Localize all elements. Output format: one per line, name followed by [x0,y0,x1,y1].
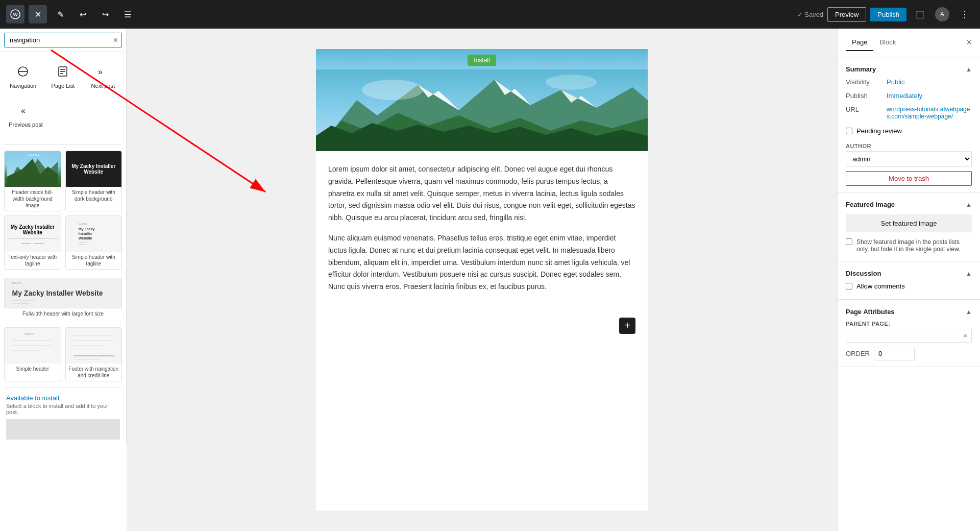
summary-title: Summary [846,65,876,73]
url-row: URL wordpress-tutorials.atwebpages.com/s… [846,103,972,123]
content-body: Lorem ipsum dolor sit amet, consectetur … [316,151,648,313]
order-input[interactable] [874,347,915,360]
add-block-button[interactable]: + [619,318,635,334]
url-value[interactable]: wordpress-tutorials.atwebpages.com/sampl… [887,106,972,120]
pattern-item-text-only[interactable]: My Zacky Installer Website Text-only hea… [4,215,61,270]
block-items-row-2: « Previous post [4,97,122,132]
tab-block[interactable]: Block [873,34,902,51]
close-icon: ✕ [35,10,41,19]
featured-image-header[interactable]: Featured image ▲ [846,199,972,210]
page-attributes-header[interactable]: Page Attributes ▲ [846,306,972,318]
paragraph-1: Lorem ipsum dolor sit amet, consectetur … [328,163,635,224]
user-avatar: A [935,7,949,21]
paragraph-2: Nunc aliquam euismod venenatis. Phasellu… [328,232,635,293]
main-layout: × Navigation Page List [0,29,980,531]
featured-image-section: Featured image ▲ Set featured image Show… [838,192,980,261]
parent-page-input[interactable] [846,329,959,342]
tab-page[interactable]: Page [846,34,873,51]
page-attributes-chevron: ▲ [966,308,972,316]
hero-image: Install [316,49,648,151]
publish-value[interactable]: Immediately [887,92,922,100]
pending-review-label: Pending review [856,127,902,135]
allow-comments-row: Allow comments [846,279,972,293]
move-to-trash-button[interactable]: Move to trash [846,171,972,186]
visibility-value[interactable]: Public [887,78,904,86]
publish-row: Publish Immediately [846,89,972,103]
summary-section-header[interactable]: Summary ▲ [846,63,972,75]
pattern-thumb-fullwidth: EARTH My Zacky Installer Website [4,278,122,308]
pattern-thumb-3: My Zacky Installer Website [5,216,61,252]
undo-button[interactable]: ↩ [74,5,92,23]
pattern-label-footer: Footer with navigation and credit line [66,364,122,381]
block-item-previous-post[interactable]: « Previous post [4,97,47,132]
available-install-desc: Select a block to install and add it to … [6,403,120,415]
publish-button[interactable]: Publish [870,8,906,21]
block-items-section: Navigation Page List » Next post [0,52,126,142]
pending-review-checkbox[interactable] [846,128,852,134]
block-search-panel: × Navigation Page List [0,29,127,531]
show-featured-image-label: Show featured image in the posts lists o… [856,238,972,253]
pattern-thumb-4: EARTH My Zacky Installer Website [66,216,122,252]
pencil-icon: ✎ [57,10,64,19]
parent-page-label: PARENT PAGE: [846,321,972,327]
available-to-install-section: Available to install Select a block to i… [0,390,126,444]
available-install-title: Available to install [6,394,120,402]
search-input[interactable] [4,33,122,47]
list-view-button[interactable]: ☰ [118,5,137,23]
discussion-section-header[interactable]: Discussion ▲ [846,268,972,279]
allow-comments-checkbox[interactable] [846,283,852,289]
block-item-page-list[interactable]: Page List [44,58,82,93]
pattern-label-2: Simple header with dark background [66,187,122,204]
navigation-block-icon [14,62,32,81]
sidebar-toggle-icon: ⬚ [916,9,924,20]
pattern-item-fullwidth-large[interactable]: EARTH My Zacky Installer Website Fullwid… [0,274,126,323]
svg-point-43 [546,75,597,90]
sidebar-toggle-button[interactable]: ⬚ [911,5,929,23]
pattern-grid: EARTH Header inside full-width backgroun… [0,147,126,274]
more-options-button[interactable]: ⋮ [955,5,974,23]
featured-image-chevron: ▲ [966,201,972,208]
svg-text:My Zacky: My Zacky [78,227,94,231]
pattern-thumb-2: My Zacky Installer Website [66,151,122,187]
redo-button[interactable]: ↪ [96,5,114,23]
pattern-thumb-1: EARTH [5,151,61,187]
parent-page-clear-button[interactable]: × [959,330,971,342]
pattern-item-simple-tagline[interactable]: EARTH My Zacky Installer Website Simple … [65,215,122,270]
navigation-block-label: Navigation [10,83,36,89]
pattern-item-header-dark[interactable]: My Zacky Installer Website Simple header… [65,151,122,211]
parent-page-row: × [846,329,972,343]
pattern-item-simple-header[interactable]: EARTH Simple header [4,327,61,381]
discussion-title: Discussion [846,270,881,277]
preview-button[interactable]: Preview [827,7,866,22]
close-button[interactable]: ✕ [29,5,47,23]
sidebar-header: Page Block × [838,29,980,57]
svg-text:«: « [21,106,26,115]
sidebar-close-button[interactable]: × [966,37,972,48]
pattern-thumb-simple: EARTH [5,328,61,364]
block-item-next-post[interactable]: » Next post [84,58,122,93]
content-area: Install [127,29,837,531]
block-item-navigation[interactable]: Navigation [4,58,42,93]
search-clear-button[interactable]: × [113,36,118,45]
pattern-item-header-full-bg[interactable]: EARTH Header inside full-width backgroun… [4,151,61,211]
mountain-illustration [316,69,648,151]
panel-divider [4,144,122,144]
summary-chevron: ▲ [966,66,972,73]
set-featured-image-button[interactable]: Set featured image [846,214,972,232]
allow-comments-label: Allow comments [856,282,905,290]
search-box-container: × [0,29,126,52]
redo-icon: ↪ [102,10,109,19]
svg-text:EARTH: EARTH [12,281,21,284]
page-list-block-icon [54,62,72,81]
pattern-item-footer-nav[interactable]: Footer with navigation and credit line [65,327,122,381]
page-list-block-label: Page List [52,83,75,89]
edit-button[interactable]: ✎ [51,5,69,23]
pattern-label-3: Text-only header with tagline [5,252,61,269]
svg-point-42 [362,80,423,100]
wordpress-logo[interactable]: W [6,5,24,23]
install-divider [4,388,122,388]
show-featured-image-checkbox[interactable] [846,238,852,245]
author-select[interactable]: admin [846,151,972,167]
avatar-button[interactable]: A [933,5,951,23]
summary-section: Summary ▲ Visibility Public Publish Imme… [838,57,980,192]
